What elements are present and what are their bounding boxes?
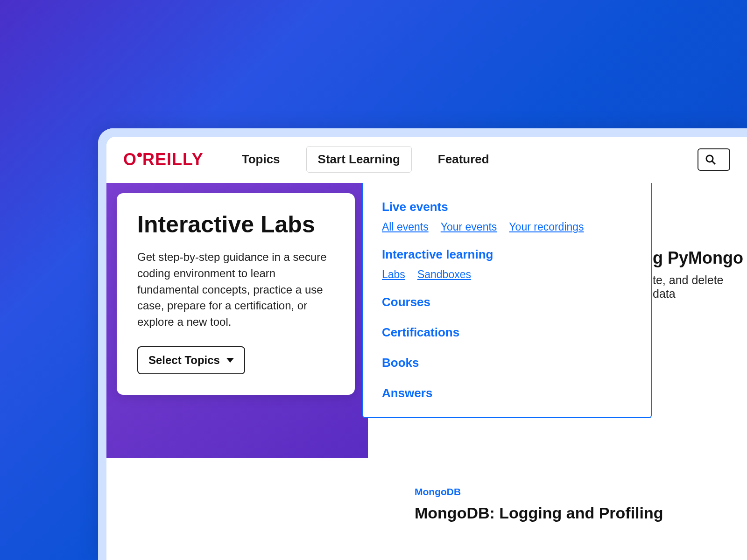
- logo-text-o: O: [123, 150, 137, 169]
- dropdown-live-events[interactable]: Live events: [382, 200, 632, 214]
- link-sandboxes[interactable]: Sandboxes: [417, 268, 471, 281]
- live-events-links: All events Your events Your recordings: [382, 221, 632, 233]
- nav-start-learning[interactable]: Start Learning: [306, 146, 412, 173]
- link-your-recordings[interactable]: Your recordings: [509, 221, 584, 233]
- card-body: Get step-by-step guidance in a secure co…: [137, 249, 334, 330]
- result2-tag: MongoDB: [415, 486, 747, 497]
- top-nav-bar: O REILLY Topics Start Learning Featured: [106, 137, 747, 183]
- dropdown-interactive-learning[interactable]: Interactive learning: [382, 247, 632, 262]
- link-all-events[interactable]: All events: [382, 221, 429, 233]
- select-topics-label: Select Topics: [148, 354, 220, 367]
- svg-line-1: [712, 161, 715, 164]
- dropdown-certifications[interactable]: Certifications: [382, 325, 632, 340]
- logo-text-reilly: REILLY: [142, 150, 204, 169]
- search-icon: [705, 154, 716, 165]
- result-preview-2[interactable]: MongoDB MongoDB: Logging and Profiling: [415, 486, 747, 522]
- card-title: Interactive Labs: [137, 212, 334, 237]
- app-window: O REILLY Topics Start Learning Featured …: [98, 128, 747, 560]
- result-preview-1: g PyMongo te, and delete data: [653, 248, 747, 301]
- interactive-learning-links: Labs Sandboxes: [382, 268, 632, 281]
- oreilly-logo[interactable]: O REILLY: [123, 150, 204, 169]
- dropdown-books[interactable]: Books: [382, 356, 632, 370]
- interactive-labs-card: Interactive Labs Get step-by-step guidan…: [117, 193, 355, 395]
- select-topics-button[interactable]: Select Topics: [137, 346, 245, 374]
- app-window-inner: O REILLY Topics Start Learning Featured …: [106, 137, 747, 560]
- svg-point-0: [706, 155, 713, 162]
- result1-title: g PyMongo: [653, 248, 747, 268]
- result2-title: MongoDB: Logging and Profiling: [415, 504, 747, 522]
- link-labs[interactable]: Labs: [382, 268, 405, 281]
- start-learning-dropdown: Live events All events Your events Your …: [362, 183, 652, 418]
- search-input[interactable]: [698, 148, 730, 171]
- link-your-events[interactable]: Your events: [441, 221, 497, 233]
- nav-featured[interactable]: Featured: [427, 147, 500, 172]
- dropdown-courses[interactable]: Courses: [382, 295, 632, 309]
- logo-apostrophe-icon: [137, 153, 142, 157]
- chevron-down-icon: [226, 358, 234, 363]
- nav-topics[interactable]: Topics: [231, 147, 291, 172]
- result1-body: te, and delete data: [653, 273, 747, 301]
- dropdown-answers[interactable]: Answers: [382, 386, 632, 400]
